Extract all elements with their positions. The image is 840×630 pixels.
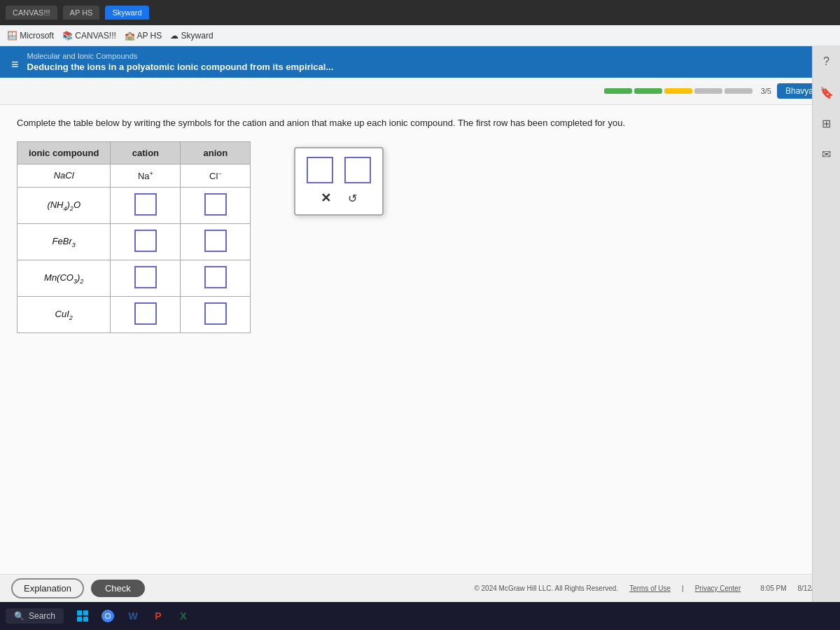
col-header-compound: ionic compound <box>18 141 111 164</box>
svg-point-6 <box>106 614 110 618</box>
search-label: Search <box>29 611 55 621</box>
cation-input-mnco3[interactable] <box>134 266 157 288</box>
progress-seg-4 <box>694 88 722 94</box>
envelope-icon[interactable]: ✉ <box>817 144 836 164</box>
compound-febr3: FeBr3 <box>18 223 111 260</box>
answer-token-1[interactable] <box>307 157 333 183</box>
progress-seg-5 <box>724 88 752 94</box>
anion-input-febr3[interactable] <box>204 230 227 252</box>
instruction-text: Complete the table below by writing the … <box>17 116 823 130</box>
svg-rect-3 <box>83 617 88 622</box>
anion-cui2 <box>181 296 251 332</box>
progress-seg-3 <box>664 88 692 94</box>
bookmark-icon[interactable]: 🔖 <box>817 83 836 102</box>
terms-link[interactable]: Terms of Use <box>629 584 671 592</box>
anion-febr3 <box>181 223 251 260</box>
cation-input-febr3[interactable] <box>134 230 157 252</box>
compound-nh4o: (NH4)2O <box>18 187 111 223</box>
tab-aphs-label: AP HS <box>70 8 93 17</box>
grid-icon[interactable]: ⊞ <box>817 113 836 133</box>
right-sidebar: ? 🔖 ⊞ ✉ <box>812 46 840 602</box>
bookmark-aphs[interactable]: 🏫 AP HS <box>125 31 162 41</box>
cation-mnco3 <box>111 260 181 296</box>
search-icon: 🔍 <box>14 611 24 621</box>
answer-token-row <box>307 157 371 183</box>
footer-time: 8:05 PM <box>760 584 786 592</box>
cation-febr3 <box>111 223 181 260</box>
progress-label: 3/5 <box>761 87 771 95</box>
footer-left: Explanation Check <box>11 578 145 598</box>
dismiss-icon[interactable]: ✕ <box>321 190 331 206</box>
progress-seg-2 <box>634 88 662 94</box>
privacy-link[interactable]: Privacy Center <box>695 584 741 592</box>
cation-input-nh4o[interactable] <box>134 193 157 216</box>
anion-nh4o <box>181 187 251 223</box>
col-header-cation: cation <box>111 141 181 164</box>
bookmark-bar: 🪟 Microsoft 📚 CANVAS!!! 🏫 AP HS ☁ Skywar… <box>0 25 840 46</box>
anion-mnco3 <box>181 260 251 296</box>
anion-input-mnco3[interactable] <box>204 266 227 288</box>
table-row: NaCl Na+ Cl− <box>18 164 251 187</box>
table-header-row: ionic compound cation anion <box>18 141 251 164</box>
cation-nacl: Na+ <box>111 164 181 187</box>
cation-cui2 <box>111 296 181 332</box>
svg-rect-2 <box>77 617 82 622</box>
col-header-anion: anion <box>181 141 251 164</box>
progress-segments <box>604 88 752 94</box>
anion-input-nh4o[interactable] <box>204 193 227 216</box>
progress-seg-1 <box>604 88 632 94</box>
footer-right: © 2024 McGraw Hill LLC. All Rights Reser… <box>474 584 829 592</box>
taskbar-icons: W P X <box>72 606 194 626</box>
svg-rect-1 <box>83 610 88 615</box>
bookmark-microsoft[interactable]: 🪟 Microsoft <box>7 31 54 41</box>
svg-rect-0 <box>77 610 82 615</box>
undo-icon[interactable]: ↺ <box>348 192 357 205</box>
taskbar-windows-icon[interactable] <box>72 606 93 626</box>
table-row: (NH4)2O <box>18 187 251 223</box>
table-row: FeBr3 <box>18 223 251 260</box>
progress-bar-container: 3/5 Bhavya ▾ <box>604 83 829 99</box>
main-content: ≡ Molecular and Ionic Compounds Deducing… <box>0 46 840 602</box>
anion-input-cui2[interactable] <box>204 302 227 325</box>
compound-nacl: NaCl <box>18 164 111 187</box>
progress-area: 3/5 Bhavya ▾ <box>0 78 840 105</box>
cation-input-cui2[interactable] <box>134 302 157 325</box>
check-button[interactable]: Check <box>91 580 145 597</box>
content-body: Complete the table below by writing the … <box>0 105 840 574</box>
compound-cui2: CuI2 <box>18 296 111 332</box>
answer-token-2[interactable] <box>344 157 371 183</box>
tab-canvas[interactable]: CANVAS!!! <box>6 6 57 20</box>
action-row: ✕ ↺ <box>321 190 357 206</box>
tab-skyward-label: Skyward <box>112 8 141 17</box>
taskbar: 🔍 Search W P X <box>0 602 840 630</box>
copyright-text: © 2024 McGraw Hill LLC. All Rights Reser… <box>474 584 618 592</box>
taskbar-chrome-icon[interactable] <box>97 606 118 626</box>
tab-canvas-label: CANVAS!!! <box>13 8 50 17</box>
taskbar-search[interactable]: 🔍 Search <box>6 608 64 624</box>
bookmark-canvas[interactable]: 📚 CANVAS!!! <box>62 31 116 41</box>
anion-nacl: Cl− <box>181 164 251 187</box>
page-header: ≡ Molecular and Ionic Compounds Deducing… <box>0 46 840 78</box>
separator: | <box>682 584 684 592</box>
menu-icon[interactable]: ≡ <box>11 57 19 72</box>
bookmark-skyward[interactable]: ☁ Skyward <box>170 31 213 41</box>
footer-bar: Explanation Check © 2024 McGraw Hill LLC… <box>0 574 840 602</box>
question-icon[interactable]: ? <box>817 52 836 71</box>
browser-bar: CANVAS!!! AP HS Skyward <box>0 0 840 25</box>
taskbar-word-icon[interactable]: W <box>122 606 144 626</box>
tab-skyward[interactable]: Skyward <box>105 6 148 20</box>
taskbar-excel-icon[interactable]: X <box>173 606 194 626</box>
explanation-button[interactable]: Explanation <box>11 578 84 598</box>
tab-aphs[interactable]: AP HS <box>63 6 100 20</box>
cation-nh4o <box>111 187 181 223</box>
table-row: Mn(CO3)2 <box>18 260 251 296</box>
breadcrumb-line2: Deducing the ions in a polyatomic ionic … <box>27 62 334 78</box>
answer-popup: ✕ ↺ <box>294 147 384 216</box>
table-row: CuI2 <box>18 296 251 332</box>
breadcrumb-line1: Molecular and Ionic Compounds <box>27 52 334 60</box>
compound-mnco3: Mn(CO3)2 <box>18 260 111 296</box>
user-name: Bhavya <box>785 86 813 96</box>
taskbar-powerpoint-icon[interactable]: P <box>148 606 169 626</box>
compound-table: ionic compound cation anion NaCl Na+ Cl−… <box>17 141 251 333</box>
